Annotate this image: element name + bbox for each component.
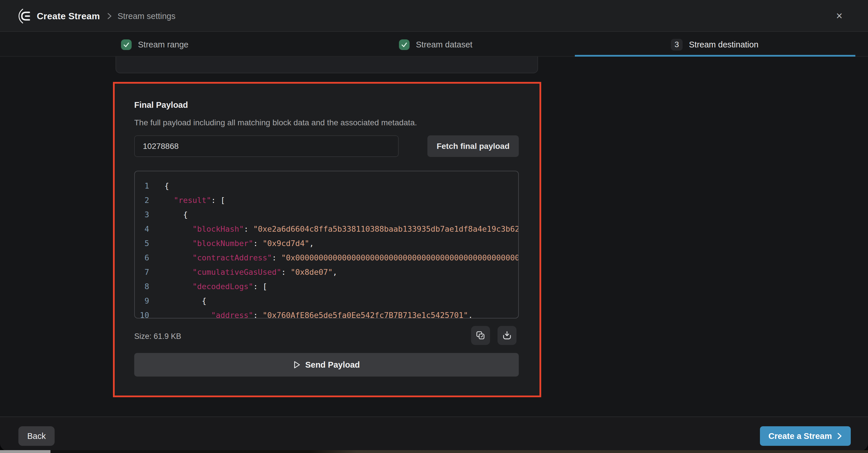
copy-icon [476,331,486,340]
top-header-bar: Create Stream Stream settings × [0,0,868,32]
payload-size-label: Size: 61.9 KB [134,327,181,346]
download-button[interactable] [498,326,517,345]
panel-title: Final Payload [134,100,188,110]
step-label: Stream destination [689,40,758,50]
create-stream-modal: Create Stream Stream settings × Stream r… [0,0,868,451]
back-button[interactable]: Back [19,426,55,446]
check-icon [399,39,409,50]
step-stream-dataset[interactable]: Stream dataset [399,32,472,57]
line-number: 9 [140,294,149,308]
block-number-input[interactable] [134,135,399,157]
active-step-underline [575,55,855,57]
close-icon[interactable]: × [832,9,847,23]
line-number: 2 [140,193,149,208]
content-area: Final Payload The full payload including… [0,57,868,417]
arrow-right-icon [837,432,842,440]
step-number-badge: 3 [671,39,683,51]
line-number: 5 [140,236,149,251]
line-number: 7 [140,265,149,279]
code-line: 9 { [135,294,518,308]
footer-bar: Back Create a Stream [0,417,868,451]
line-number: 6 [140,251,149,265]
line-number: 10 [140,308,149,319]
final-payload-panel: Final Payload The full payload including… [113,82,541,397]
code-line: 8 "decodedLogs": [ [135,279,518,294]
step-label: Stream dataset [416,40,472,50]
fetch-final-payload-button[interactable]: Fetch final payload [427,135,519,157]
panel-description: The full payload including all matching … [134,118,417,127]
line-number: 1 [140,179,149,193]
page-backdrop-edge [0,450,868,453]
code-line: 1{ [135,179,518,193]
create-stream-button[interactable]: Create a Stream [760,426,851,446]
send-payload-button[interactable]: Send Payload [134,353,519,376]
line-number: 3 [140,208,149,222]
code-line: 5 "blockNumber": "0x9cd7d4", [135,236,518,251]
copy-button[interactable] [471,326,490,345]
check-icon [121,39,132,50]
code-line: 7 "cumulativeGasUsed": "0x8de07", [135,265,518,279]
step-stream-destination[interactable]: 3 Stream destination [671,32,758,57]
code-line: 6 "contractAddress": "0x0000000000000000… [135,251,518,265]
line-number: 4 [140,222,149,236]
create-stream-label: Create a Stream [769,431,832,441]
code-line: 10 "address": "0x760AfE86e5de5fa0Ee542fc… [135,308,518,319]
line-number: 8 [140,279,149,294]
download-icon [502,330,512,341]
send-payload-label: Send Payload [305,360,360,370]
code-line: 4 "blockHash": "0xe2a6d6604c8ffa5b338110… [135,222,518,236]
breadcrumb: Stream settings [118,11,175,21]
play-icon [293,361,301,369]
page-title: Create Stream [37,11,100,22]
code-line: 2 "result": [ [135,193,518,208]
app-logo-icon [18,8,32,24]
step-bar: Stream range Stream dataset 3 Stream des… [0,32,868,57]
previous-section-card-bottom [116,57,538,73]
step-stream-range[interactable]: Stream range [121,32,189,57]
step-label: Stream range [138,40,189,50]
code-line: 3 { [135,208,518,222]
code-block[interactable]: 1{2 "result": [3 {4 "blockHash": "0xe2a6… [134,171,519,319]
breadcrumb-chevron-icon [106,12,113,21]
